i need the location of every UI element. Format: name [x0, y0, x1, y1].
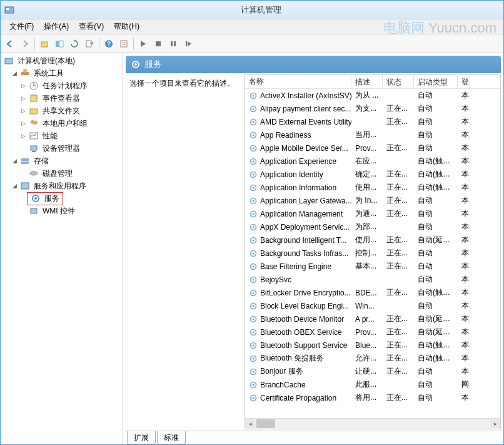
- service-row[interactable]: Bluetooth Support ServiceBlue...正在...自动(…: [245, 339, 500, 352]
- tree-storage[interactable]: ◢ 存储: [2, 155, 121, 167]
- menu-action[interactable]: 操作(A): [40, 20, 73, 33]
- service-desc: 使用...: [351, 235, 383, 245]
- service-name: Bluetooth Support Service: [245, 341, 351, 350]
- back-button[interactable]: [3, 37, 17, 51]
- service-name: AMD External Events Utility: [245, 118, 351, 126]
- service-row[interactable]: Background Tasks Infras...控制...正在...自动本: [245, 247, 500, 260]
- scroll-left-icon[interactable]: ◂: [245, 419, 255, 428]
- service-desc: 使用...: [351, 182, 383, 193]
- pause-button[interactable]: [166, 37, 180, 51]
- svg-rect-31: [21, 183, 29, 189]
- tab-extended[interactable]: 扩展: [127, 431, 156, 444]
- svg-rect-2: [41, 42, 48, 47]
- tree-local-users[interactable]: ▷ 本地用户和组: [2, 117, 121, 130]
- scroll-right-icon[interactable]: ▸: [490, 419, 500, 428]
- properties-button[interactable]: [117, 37, 131, 51]
- service-startup: 自动: [414, 379, 458, 390]
- export-button[interactable]: [83, 37, 96, 51]
- service-row[interactable]: BitLocker Drive Encryptio...BDE...正在...自…: [245, 286, 500, 299]
- service-name: Bluetooth 免提服务: [245, 353, 351, 364]
- gear-icon: [131, 59, 141, 69]
- menu-help[interactable]: 帮助(H): [110, 20, 143, 33]
- detail-hint: 选择一个项目来查看它的描述。: [126, 74, 244, 429]
- service-row[interactable]: App Readiness当用...自动本: [245, 128, 500, 141]
- service-row[interactable]: Bluetooth Device MonitorA pr...正在...自动(延…: [245, 312, 500, 325]
- collapse-icon[interactable]: ◢: [11, 69, 18, 77]
- service-row[interactable]: Bluetooth 免提服务允许...正在...自动(触发...本: [245, 352, 500, 365]
- svg-rect-15: [5, 58, 13, 64]
- svg-point-80: [252, 371, 254, 372]
- service-row[interactable]: AMD External Events Utility正在...自动本: [245, 115, 500, 128]
- tree-device-mgr[interactable]: 设备管理器: [2, 142, 121, 155]
- service-row[interactable]: Application Experience在应...自动(触发...本: [245, 155, 500, 168]
- expand-icon[interactable]: ▷: [19, 132, 27, 140]
- service-desc: A pr...: [351, 315, 383, 324]
- col-name[interactable]: 名称: [245, 75, 351, 88]
- service-row[interactable]: Application Management为通...正在...自动本: [245, 207, 500, 220]
- show-tree-button[interactable]: [53, 37, 66, 51]
- expand-icon[interactable]: ▷: [19, 120, 27, 127]
- expand-icon[interactable]: ▷: [19, 82, 27, 90]
- tab-standard[interactable]: 标准: [157, 431, 186, 444]
- service-row[interactable]: Application Information使用...正在...自动(触发..…: [245, 181, 500, 194]
- up-button[interactable]: [38, 37, 51, 51]
- service-name: Block Level Backup Engi...: [245, 302, 351, 310]
- col-logon[interactable]: 登: [458, 75, 470, 88]
- tree-disk-mgmt[interactable]: 磁盘管理: [2, 167, 121, 180]
- stop-button[interactable]: [151, 37, 165, 51]
- service-row[interactable]: BejoySvc自动本: [245, 273, 500, 286]
- scroll-thumb[interactable]: [256, 419, 275, 428]
- svg-rect-11: [156, 41, 161, 46]
- tree-event-viewer[interactable]: ▷ 事件查看器: [2, 92, 121, 105]
- tree-services[interactable]: 服务: [2, 192, 121, 205]
- service-row[interactable]: BranchCache此服...自动网: [245, 378, 500, 391]
- svg-point-64: [252, 265, 254, 267]
- service-logon: 本: [458, 392, 470, 403]
- restart-button[interactable]: [181, 37, 195, 51]
- gear-icon: [31, 193, 41, 203]
- gear-icon: [249, 289, 258, 297]
- tree-performance[interactable]: ▷ 性能: [2, 130, 121, 142]
- horizontal-scrollbar[interactable]: ◂ ▸: [245, 418, 500, 429]
- tree-wmi[interactable]: WMI 控件: [2, 205, 121, 217]
- collapse-icon[interactable]: ◢: [11, 157, 18, 165]
- tree-system-tools[interactable]: ◢ 系统工具: [2, 67, 121, 79]
- service-row[interactable]: Bonjour 服务让硬...正在...自动本: [245, 365, 500, 378]
- window-title: 计算机管理: [18, 4, 503, 16]
- forward-button[interactable]: [18, 37, 32, 51]
- help-button[interactable]: ?: [102, 37, 116, 51]
- expand-icon[interactable]: ▷: [19, 95, 27, 102]
- menu-view[interactable]: 查看(V): [75, 20, 108, 33]
- service-row[interactable]: Apple Mobile Device Ser...Prov...正在...自动…: [245, 141, 500, 155]
- service-row[interactable]: AppX Deployment Servic...为部...自动本: [245, 220, 500, 233]
- service-name: Certificate Propagation: [245, 394, 351, 402]
- service-row[interactable]: Base Filtering Engine基本...正在...自动本: [245, 260, 500, 273]
- tree-root[interactable]: 计算机管理(本地): [2, 54, 121, 67]
- service-row[interactable]: Alipay payment client sec...为支...正在...自动…: [245, 102, 500, 115]
- service-row[interactable]: Certificate Propagation将用...正在...自动本: [245, 391, 500, 404]
- service-name: AppX Deployment Servic...: [245, 223, 351, 232]
- col-status[interactable]: 状态: [383, 75, 414, 88]
- tree-services-apps[interactable]: ◢ 服务和应用程序: [2, 180, 121, 192]
- col-desc[interactable]: 描述: [351, 75, 383, 88]
- col-startup[interactable]: 启动类型: [414, 75, 458, 88]
- tree-task-scheduler[interactable]: ▷ 任务计划程序: [2, 79, 121, 92]
- svg-rect-13: [174, 41, 176, 46]
- svg-rect-29: [21, 161, 29, 164]
- service-row[interactable]: Application Layer Gatewa...为 In...正在...自…: [245, 194, 500, 207]
- service-row[interactable]: Application Identity确定...正在...自动(触发...本: [245, 168, 500, 181]
- expand-icon[interactable]: ▷: [19, 107, 27, 115]
- svg-point-46: [252, 147, 254, 149]
- play-button[interactable]: [136, 37, 150, 51]
- tree-shared-folders[interactable]: ▷ 共享文件夹: [2, 105, 121, 117]
- svg-point-72: [252, 318, 254, 320]
- collapse-icon[interactable]: ◢: [11, 182, 18, 190]
- menu-file[interactable]: 文件(F): [6, 20, 38, 33]
- refresh-button[interactable]: [68, 37, 81, 51]
- service-row[interactable]: Background Intelligent T...使用...正在...自动(…: [245, 233, 500, 247]
- service-row[interactable]: Block Level Backup Engi...Win...自动本: [245, 299, 500, 312]
- service-row[interactable]: ActiveX Installer (AxInstSV)为从 ...自动本: [245, 89, 500, 102]
- service-desc: Prov...: [351, 144, 383, 153]
- service-row[interactable]: Bluetooth OBEX ServiceProv...正在...自动(延迟.…: [245, 325, 500, 339]
- svg-point-17: [23, 69, 27, 73]
